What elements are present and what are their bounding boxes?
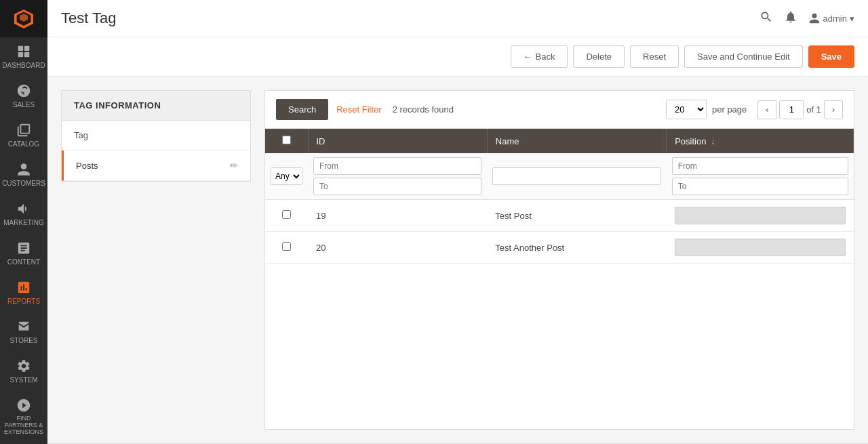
content-area: TAG INFORMATION Tag Posts ✏ Search Reset…	[47, 77, 868, 443]
sort-icon: ↓	[711, 138, 715, 146]
col-position: Position ↓	[667, 129, 854, 153]
sidebar-item-marketing[interactable]: MARKETING	[0, 195, 47, 234]
system-icon	[16, 359, 31, 374]
row-checkbox[interactable]	[282, 210, 291, 219]
sales-icon	[16, 83, 31, 98]
sidebar-item-label: CUSTOMERS	[2, 180, 45, 188]
row-name: Test Post	[487, 200, 666, 232]
position-to-input[interactable]	[672, 178, 848, 195]
row-id: 20	[308, 232, 487, 264]
marketing-icon	[16, 201, 31, 216]
sidebar-item-label: DASHBOARD	[2, 62, 45, 70]
sidebar-item-label: STORES	[10, 337, 38, 345]
name-filter-input[interactable]	[492, 167, 660, 185]
table-row: 20 Test Another Post	[265, 232, 854, 264]
magento-logo-icon	[13, 8, 35, 30]
prev-page-button[interactable]: ‹	[757, 100, 776, 119]
table-row: 19 Test Post	[265, 200, 854, 232]
filter-id-col	[308, 153, 487, 200]
next-page-button[interactable]: ›	[824, 100, 843, 119]
records-found: 2 records found	[393, 104, 454, 115]
id-from-input[interactable]	[313, 157, 481, 175]
tag-info-section: TAG INFORMATION Tag Posts ✏	[61, 90, 251, 182]
position-field-2[interactable]	[675, 239, 846, 256]
admin-label: admin	[823, 14, 847, 24]
save-button[interactable]: Save	[808, 45, 854, 68]
admin-user-menu[interactable]: admin ▾	[808, 12, 854, 24]
filter-row: Any Yes No	[265, 153, 854, 200]
page-of: of 1	[806, 104, 821, 115]
sidebar-item-system[interactable]: SYSTEM	[0, 352, 47, 391]
sidebar-item-label: REPORTS	[7, 298, 40, 306]
sidebar-logo[interactable]	[0, 0, 47, 37]
sidebar-item-reports[interactable]: REPORTS	[0, 273, 47, 312]
dashboard-icon	[16, 44, 31, 59]
per-page-select[interactable]: 20 50 100	[666, 100, 707, 119]
filter-name-col	[487, 153, 666, 200]
sidebar-item-sales[interactable]: SALES	[0, 77, 47, 116]
row-position	[667, 232, 854, 264]
sidebar-item-find-partners[interactable]: FIND PARTNERS & EXTENSIONS	[0, 391, 47, 443]
left-panel: TAG INFORMATION Tag Posts ✏	[61, 90, 251, 430]
row-checkbox-col	[265, 200, 308, 232]
row-id: 19	[308, 200, 487, 232]
page-title: Test Tag	[61, 9, 117, 27]
sidebar-item-label: SALES	[13, 101, 35, 109]
select-all-col	[265, 129, 308, 153]
right-panel: Search Reset Filter 2 records found 20 5…	[264, 90, 854, 430]
menu-item-tag[interactable]: Tag	[62, 121, 250, 150]
topbar: Test Tag admin ▾	[47, 0, 868, 37]
sidebar-item-content[interactable]: CONTENT	[0, 234, 47, 273]
position-from-input[interactable]	[672, 157, 848, 175]
sidebar: DASHBOARD SALES CATALOG CUSTOMERS MARKET…	[0, 0, 47, 444]
grid-header-row: ID Name Position ↓	[265, 129, 854, 153]
search-button[interactable]: Search	[276, 99, 328, 120]
row-checkbox[interactable]	[282, 242, 291, 251]
edit-pencil-icon: ✏	[230, 160, 238, 171]
page-number-input[interactable]	[779, 100, 804, 119]
topbar-actions: admin ▾	[760, 10, 854, 27]
back-button[interactable]: ← Back	[511, 45, 568, 68]
any-select[interactable]: Any Yes No	[271, 167, 302, 185]
sidebar-item-catalog[interactable]: CATALOG	[0, 116, 47, 155]
admin-dropdown-icon: ▾	[850, 14, 854, 24]
content-icon	[16, 241, 31, 256]
position-filter	[672, 157, 848, 195]
reports-icon	[16, 280, 31, 295]
svg-rect-2	[18, 52, 23, 57]
delete-button[interactable]: Delete	[573, 45, 625, 68]
grid-table: ID Name Position ↓	[265, 129, 854, 264]
menu-item-posts[interactable]: Posts ✏	[62, 150, 250, 181]
catalog-icon	[16, 123, 31, 138]
col-name: Name	[487, 129, 666, 153]
sidebar-item-label: CONTENT	[7, 258, 40, 266]
per-page-dropdown[interactable]: 20 50 100	[667, 100, 706, 119]
sidebar-item-stores[interactable]: STORES	[0, 312, 47, 352]
sidebar-item-label: MARKETING	[3, 219, 43, 227]
sidebar-item-dashboard[interactable]: DASHBOARD	[0, 37, 47, 77]
find-partners-icon	[16, 398, 31, 413]
filter-position-col	[667, 153, 854, 200]
filter-checkbox-col: Any Yes No	[265, 153, 308, 200]
per-page-area: 20 50 100 per page ‹ of 1 ›	[666, 100, 843, 119]
pagination: ‹ of 1 ›	[757, 100, 843, 119]
position-field-1[interactable]	[675, 207, 846, 224]
main-content: Test Tag admin ▾ ← Back Delete Reset	[47, 0, 868, 444]
id-filter	[313, 157, 481, 195]
sidebar-item-label: FIND PARTNERS & EXTENSIONS	[3, 416, 45, 436]
user-icon	[808, 12, 821, 24]
select-all-checkbox[interactable]	[282, 136, 291, 144]
sidebar-item-label: SYSTEM	[9, 376, 37, 384]
customers-icon	[16, 162, 31, 177]
section-title: TAG INFORMATION	[62, 91, 250, 121]
sidebar-item-customers[interactable]: CUSTOMERS	[0, 155, 47, 195]
row-name: Test Another Post	[487, 232, 666, 264]
reset-button[interactable]: Reset	[630, 45, 679, 68]
id-to-input[interactable]	[313, 178, 481, 195]
reset-filter-button[interactable]: Reset Filter	[336, 104, 381, 115]
notifications-icon[interactable]	[784, 10, 797, 27]
svg-rect-3	[24, 52, 29, 57]
save-continue-button[interactable]: Save and Continue Edit	[684, 45, 803, 68]
search-icon[interactable]	[760, 10, 773, 27]
grid-toolbar: Search Reset Filter 2 records found 20 5…	[265, 91, 854, 129]
